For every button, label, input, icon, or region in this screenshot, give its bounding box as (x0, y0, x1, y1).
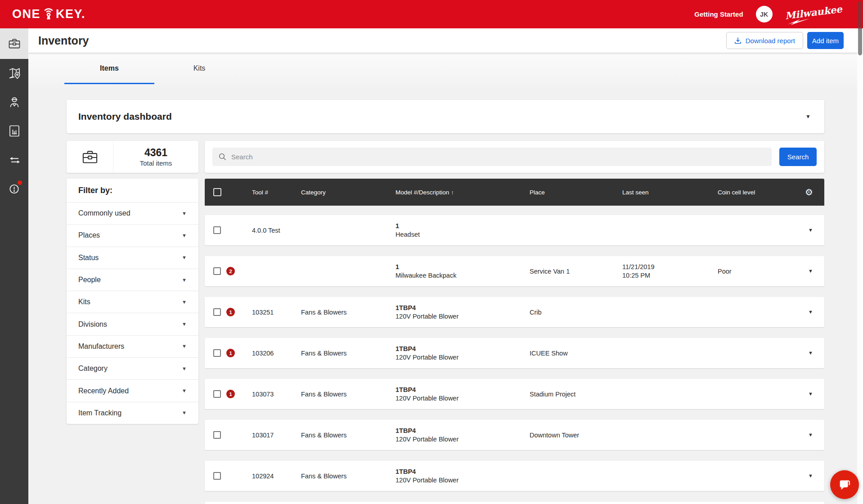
cell-place: Downtown Tower (530, 432, 622, 439)
row-expand-caret[interactable]: ▼ (808, 432, 813, 437)
row-expand-caret[interactable]: ▼ (808, 228, 813, 233)
alert-count-badge: 1 (226, 349, 235, 357)
table-row[interactable]: ▼ (205, 502, 824, 504)
cell-tool-number: 103206 (252, 350, 301, 357)
filter-item[interactable]: Commonly used ▼ (67, 202, 198, 225)
cell-place: ICUEE Show (530, 350, 622, 357)
filter-item[interactable]: Status ▼ (67, 247, 198, 269)
filter-item[interactable]: Manufacturers ▼ (67, 336, 198, 358)
dashboard-expand-caret[interactable]: ▼ (805, 114, 811, 119)
worker-icon (7, 95, 22, 109)
table-row[interactable]: 4.0.0 Test 1 Headset ▼ (205, 215, 824, 245)
chat-launcher-button[interactable] (830, 470, 859, 499)
table-row[interactable]: 1 103251 Fans & Blowers 1TBP4 120V Porta… (205, 297, 824, 327)
search-bar-card: Search Search (205, 141, 824, 173)
chevron-down-icon: ▼ (182, 233, 187, 238)
chevron-down-icon: ▼ (182, 344, 187, 349)
items-kits-tabs: Items Kits (64, 53, 244, 84)
cell-model-description: 1TBP4 120V Portable Blower (396, 468, 530, 485)
chevron-down-icon: ▼ (182, 388, 187, 393)
search-input[interactable]: Search (212, 148, 772, 166)
filter-item[interactable]: People ▼ (67, 269, 198, 291)
filter-item[interactable]: Category ▼ (67, 358, 198, 380)
cell-model-description: 1TBP4 120V Portable Blower (396, 304, 530, 321)
filter-item[interactable]: Item Tracking ▼ (67, 402, 198, 424)
cell-category: Fans & Blowers (301, 472, 396, 480)
sidebar-item-inventory[interactable] (0, 28, 28, 59)
total-items-label: Total items (140, 159, 172, 167)
row-checkbox[interactable] (213, 431, 221, 439)
sidebar-item-people[interactable] (0, 88, 28, 117)
cell-tool-number: 103017 (252, 432, 301, 439)
sidebar-item-places[interactable] (0, 59, 28, 88)
table-row[interactable]: 102924 Fans & Blowers 1TBP4 120V Portabl… (205, 461, 824, 491)
chevron-down-icon: ▼ (182, 300, 187, 305)
filter-item[interactable]: Divisions ▼ (67, 313, 198, 335)
select-all-checkbox[interactable] (213, 188, 221, 196)
brand-one-text: ONE (12, 7, 40, 21)
sidebar-item-transfers[interactable] (0, 145, 28, 174)
user-avatar[interactable]: JK (756, 6, 773, 22)
column-place[interactable]: Place (530, 189, 622, 196)
tab[interactable]: Items (64, 53, 154, 84)
row-expand-caret[interactable]: ▼ (808, 473, 813, 478)
row-checkbox[interactable] (213, 472, 221, 480)
sort-ascending-icon: ↑ (451, 189, 454, 196)
column-category[interactable]: Category (301, 189, 396, 196)
dashboard-title: Inventory dashboard (78, 111, 172, 122)
search-button[interactable]: Search (779, 148, 817, 166)
filter-item[interactable]: Places ▼ (67, 225, 198, 247)
row-checkbox[interactable] (213, 226, 221, 234)
download-report-button[interactable]: Download report (726, 32, 803, 49)
chevron-down-icon: ▼ (182, 366, 187, 371)
table-row[interactable]: 1 103206 Fans & Blowers 1TBP4 120V Porta… (205, 338, 824, 368)
inventory-table-rows: 4.0.0 Test 1 Headset ▼ 2 1 Milwaukee Bac… (205, 215, 824, 504)
main-content: Items Kits Inventory dashboard ▼ 4361 To… (28, 53, 863, 504)
column-last-seen[interactable]: Last seen (622, 189, 718, 196)
row-expand-caret[interactable]: ▼ (808, 351, 813, 356)
main-nav-sidebar (0, 28, 28, 504)
alert-count-badge: 1 (226, 390, 235, 398)
row-expand-caret[interactable]: ▼ (808, 269, 813, 274)
one-key-logo[interactable]: ONE KEY. (12, 6, 85, 22)
table-settings-gear-icon[interactable]: ⚙ (805, 188, 813, 197)
row-expand-caret[interactable]: ▼ (808, 310, 813, 315)
transfer-arrows-icon (7, 153, 22, 167)
table-row[interactable]: 2 1 Milwaukee Backpack Service Van 1 11/… (205, 256, 824, 286)
sidebar-item-alerts[interactable] (0, 174, 28, 203)
cell-model-description: 1TBP4 120V Portable Blower (396, 345, 530, 362)
cell-category: Fans & Blowers (301, 432, 396, 439)
cell-tool-number: 4.0.0 Test (252, 227, 301, 234)
getting-started-link[interactable]: Getting Started (694, 10, 743, 18)
milwaukee-logo: Milwaukee (784, 3, 843, 25)
row-expand-caret[interactable]: ▼ (808, 392, 813, 396)
table-row[interactable]: 103017 Fans & Blowers 1TBP4 120V Portabl… (205, 420, 824, 450)
scrollbar-thumb[interactable] (858, 1, 862, 55)
sidebar-item-reports[interactable] (0, 117, 28, 145)
inventory-dashboard-panel: Inventory dashboard ▼ (67, 100, 824, 133)
column-coin-cell-level[interactable]: Coin cell level (718, 189, 804, 196)
cell-place: Stadium Project (530, 391, 622, 398)
filter-item[interactable]: Kits ▼ (67, 291, 198, 313)
chevron-down-icon: ▼ (182, 255, 187, 260)
tab[interactable]: Kits (154, 53, 244, 84)
scrollbar-track[interactable] (857, 28, 863, 504)
cell-last-seen: 11/21/2019 10:25 PM (622, 263, 718, 280)
column-model-description[interactable]: Model #/Description↑ (396, 189, 530, 196)
map-pin-icon (7, 66, 22, 81)
filter-panel-title: Filter by: (67, 179, 198, 202)
search-icon (219, 153, 226, 161)
report-chart-icon (8, 124, 21, 138)
search-placeholder: Search (231, 153, 253, 161)
row-checkbox[interactable] (213, 390, 221, 398)
row-checkbox[interactable] (213, 267, 221, 275)
total-items-count: 4361 (144, 147, 167, 159)
keyhole-wifi-icon (42, 6, 55, 22)
row-checkbox[interactable] (213, 308, 221, 316)
column-tool-number[interactable]: Tool # (252, 189, 301, 196)
add-item-button[interactable]: Add item (807, 32, 844, 49)
table-row[interactable]: 1 103073 Fans & Blowers 1TBP4 120V Porta… (205, 379, 824, 409)
row-checkbox[interactable] (213, 349, 221, 357)
cell-coin-cell-level: Poor (718, 268, 804, 275)
filter-item[interactable]: Recently Added ▼ (67, 380, 198, 402)
